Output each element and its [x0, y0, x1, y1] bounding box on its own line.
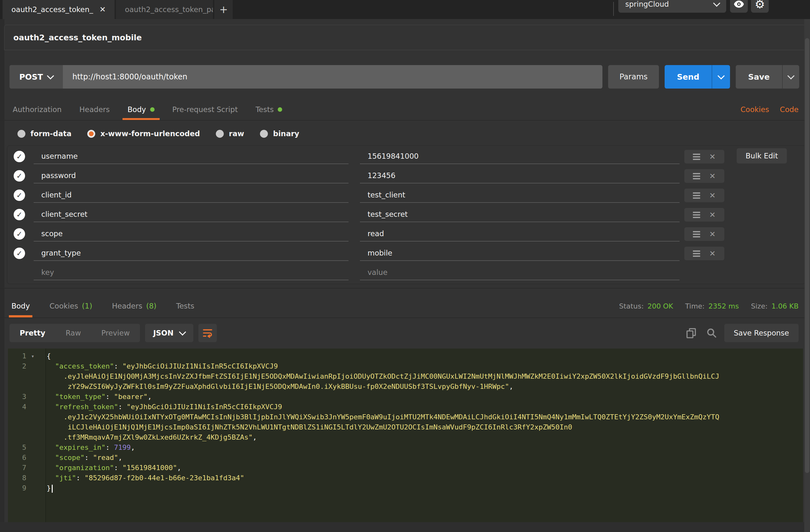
code-link[interactable]: Code	[780, 106, 798, 114]
close-tab-icon[interactable]: ✕	[99, 5, 106, 14]
param-value-field[interactable]: mobile	[360, 246, 680, 261]
environment-selector[interactable]: springCloud	[618, 0, 726, 13]
param-value-field[interactable]: test_client	[360, 188, 680, 203]
mode-binary[interactable]: binary	[260, 129, 299, 138]
tab-label: Cookies	[49, 302, 78, 310]
token: "eyJhbGciOiJIUzI1NiIsInR5cCI6IkpXVCJ9	[122, 362, 278, 370]
remove-row-icon[interactable]: ✕	[709, 210, 715, 219]
bulk-edit-button[interactable]: Bulk Edit	[737, 148, 787, 163]
wrap-text-button[interactable]	[198, 324, 217, 342]
view-mode-group: Pretty Raw Preview	[10, 324, 140, 342]
settings-button[interactable]: ⚙	[751, 0, 769, 13]
param-key-field[interactable]: client_secret	[34, 207, 349, 222]
gutter-cell	[26, 453, 39, 463]
mode-raw[interactable]: raw	[216, 129, 244, 138]
param-key-field[interactable]: grant_type	[34, 246, 349, 261]
view-mode-raw[interactable]: Raw	[55, 324, 91, 342]
request-name-bar: oauth2_access_token_mobile	[4, 25, 806, 50]
response-tab-cookies[interactable]: Cookies (1)	[49, 294, 92, 318]
tab-headers[interactable]: Headers	[79, 99, 110, 120]
param-key-field[interactable]: scope	[34, 226, 349, 242]
url-input[interactable]: http://host1:8000/oauth/token	[63, 65, 187, 88]
row-checkbox[interactable]: ✓	[14, 228, 25, 240]
param-value-placeholder[interactable]: value	[360, 265, 680, 280]
drag-handle-icon[interactable]	[693, 251, 700, 257]
param-value-field[interactable]: read	[360, 226, 680, 242]
param-value-field[interactable]: test_secret	[360, 207, 680, 222]
radio-icon[interactable]	[260, 130, 268, 138]
new-tab-button[interactable]: +	[214, 0, 233, 19]
request-tab-2[interactable]: oauth2_access_token_passv	[116, 0, 213, 19]
save-options-button[interactable]	[783, 65, 799, 88]
row-checkbox[interactable]: ✓	[14, 170, 25, 181]
gear-icon: ⚙	[755, 0, 765, 11]
copy-response-button[interactable]	[684, 324, 699, 342]
token: ,	[118, 454, 122, 462]
search-response-button[interactable]	[704, 324, 719, 342]
drag-handle-icon[interactable]	[693, 154, 700, 160]
row-checkbox[interactable]: ✓	[14, 190, 25, 201]
tab-tests[interactable]: Tests	[256, 99, 282, 120]
save-label[interactable]: Save	[736, 65, 782, 88]
send-label[interactable]: Send	[665, 65, 712, 88]
drag-bar	[693, 176, 700, 177]
drag-handle-icon[interactable]	[693, 173, 700, 179]
tab-body[interactable]: Body	[128, 99, 155, 120]
remove-row-icon[interactable]: ✕	[709, 152, 715, 161]
response-tab-tests[interactable]: Tests	[176, 294, 194, 318]
tab-pre-request-script[interactable]: Pre-request Script	[172, 99, 238, 120]
send-options-button[interactable]	[712, 65, 730, 88]
chevron-down-icon	[713, 0, 720, 7]
save-button[interactable]: Save	[736, 65, 799, 88]
environment-name: springCloud	[625, 0, 669, 8]
remove-row-icon[interactable]: ✕	[709, 191, 715, 200]
request-tab-1[interactable]: oauth2_access_token_ ✕	[2, 0, 115, 19]
token: ,	[253, 433, 257, 441]
status-value: 200 OK	[648, 302, 673, 310]
drag-handle-icon[interactable]	[693, 192, 700, 199]
remove-row-icon[interactable]: ✕	[709, 249, 715, 258]
response-tab-headers[interactable]: Headers (8)	[112, 294, 157, 318]
code-text: .eyJleHAiOjE1NjQ0MjA3MjcsInVzZXJfbmFtZSI…	[47, 371, 719, 382]
send-button[interactable]: Send	[665, 65, 730, 88]
view-mode-pretty[interactable]: Pretty	[10, 324, 55, 342]
radio-selected-icon[interactable]	[87, 130, 95, 138]
remove-row-icon[interactable]: ✕	[709, 172, 715, 181]
size-value: 1.06 KB	[772, 302, 799, 310]
row-checkbox[interactable]: ✓	[14, 247, 25, 259]
param-row: ✓client_idtest_client✕	[7, 186, 805, 205]
tab-authorization[interactable]: Authorization	[13, 99, 62, 120]
param-key-placeholder[interactable]: key	[34, 265, 349, 280]
method-dropdown[interactable]: POST	[10, 65, 63, 88]
row-checkbox[interactable]: ✓	[14, 151, 25, 162]
row-checkbox[interactable]: ✓	[14, 209, 25, 220]
fold-caret-icon[interactable]: ▾	[26, 351, 39, 361]
token: "expires_in"	[55, 444, 106, 451]
param-value-field[interactable]: 123456	[360, 168, 680, 183]
page-scrollbar[interactable]	[804, 19, 810, 532]
view-mode-preview[interactable]: Preview	[91, 324, 140, 342]
response-tab-body[interactable]: Body	[12, 294, 30, 318]
remove-row-icon[interactable]: ✕	[709, 230, 715, 239]
format-label: JSON	[153, 329, 174, 337]
environment-quick-look-button[interactable]	[730, 0, 748, 13]
param-key-field[interactable]: password	[34, 168, 349, 183]
token: "read"	[93, 454, 118, 462]
drag-handle-icon[interactable]	[693, 212, 700, 218]
gutter-cell	[26, 371, 39, 382]
format-dropdown[interactable]: JSON	[145, 324, 193, 342]
scrollbar-thumb[interactable]	[805, 38, 809, 473]
param-key-field[interactable]: username	[34, 149, 349, 164]
cookies-link[interactable]: Cookies	[741, 106, 769, 114]
params-button[interactable]: Params	[608, 65, 659, 88]
response-body-editor[interactable]: 1▾{2 "access_token": "eyJhbGciOiJIUzI1Ni…	[8, 349, 803, 522]
mode-x-www-form-urlencoded[interactable]: x-www-form-urlencoded	[87, 129, 200, 138]
radio-icon[interactable]	[216, 130, 224, 138]
mode-form-data[interactable]: form-data	[17, 129, 71, 138]
drag-handle-icon[interactable]	[693, 231, 700, 238]
param-value-field[interactable]: 15619841000	[360, 149, 680, 164]
radio-icon[interactable]	[17, 130, 26, 138]
param-key-field[interactable]: client_id	[34, 188, 349, 203]
save-response-button[interactable]: Save Response	[724, 324, 798, 342]
time-value: 2352 ms	[709, 302, 739, 310]
